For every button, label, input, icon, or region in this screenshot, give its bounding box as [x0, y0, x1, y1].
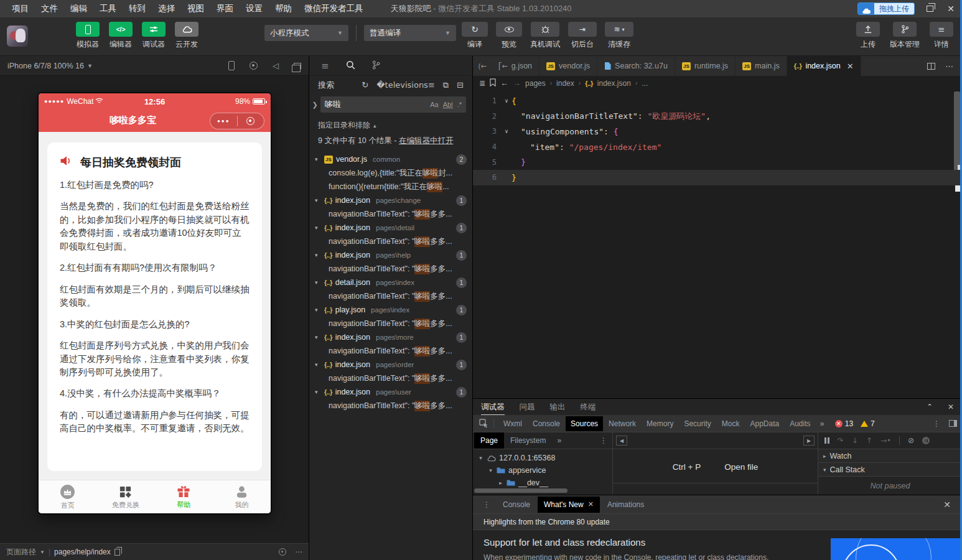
more-tabs-icon[interactable]: »: [552, 436, 566, 445]
code-editor[interactable]: 1∨{2"navigationBarTitleText": "欧皇源码论坛",3…: [473, 90, 962, 398]
more-options-icon[interactable]: ⋯: [295, 548, 302, 556]
pause-script-icon[interactable]: [824, 437, 829, 444]
record-icon[interactable]: [250, 62, 258, 70]
breadcrumb-item[interactable]: ...: [642, 79, 648, 88]
back-icon[interactable]: ←: [500, 78, 508, 88]
menu-项目[interactable]: 项目: [6, 1, 34, 17]
twisty-icon[interactable]: ▾: [315, 334, 321, 340]
close-window-button[interactable]: ✕: [945, 4, 957, 14]
prev-file-icon[interactable]: ◀: [616, 436, 627, 446]
code-line[interactable]: 1∨{: [473, 93, 962, 109]
pause-on-exceptions-icon[interactable]: [922, 437, 930, 444]
menu-编辑[interactable]: 编辑: [65, 1, 93, 17]
tab-vendor.js[interactable]: JSvendor.js: [539, 56, 597, 76]
bookmark-icon[interactable]: [490, 78, 496, 88]
devtools-tab-Console[interactable]: Console: [528, 416, 565, 431]
whole-word-icon[interactable]: Abl: [443, 101, 453, 108]
menu-微信开发者工具[interactable]: 微信开发者工具: [299, 1, 369, 17]
regex-icon[interactable]: .*: [457, 101, 462, 108]
restore-window-button[interactable]: [923, 4, 936, 14]
clear-results-icon[interactable]: �televisions≡: [376, 80, 435, 90]
search-result-file[interactable]: ▾{..}index.jsonpages\change1: [309, 194, 472, 207]
forward-icon[interactable]: →: [513, 78, 521, 88]
avatar[interactable]: [7, 26, 28, 47]
step-out-icon[interactable]: ↑: [866, 436, 872, 445]
menu-选择[interactable]: 选择: [152, 1, 180, 17]
search-result-match[interactable]: navigationBarTitleText": "哆啦多多...: [309, 262, 472, 276]
dir-filter-toggle[interactable]: 指定目录和排除 ▲: [309, 118, 472, 135]
search-input[interactable]: 哆啦 Aa Abl .*: [320, 96, 466, 113]
twisty-icon[interactable]: ▸: [498, 480, 503, 486]
search-result-file[interactable]: ▾JSvendor.jscommon2: [309, 152, 472, 166]
action-编译[interactable]: ↻编译: [462, 22, 488, 50]
error-badge-icon[interactable]: ✕: [835, 420, 843, 427]
action-真机调试[interactable]: 真机调试: [530, 22, 560, 50]
twisty-icon[interactable]: ▾: [488, 467, 493, 474]
search-icon[interactable]: [346, 60, 355, 72]
search-result-file[interactable]: ▾{..}index.jsonpages\more1: [309, 330, 472, 344]
code-line[interactable]: 6}: [473, 170, 962, 185]
code-line[interactable]: 2"navigationBarTitleText": "欧皇源码论坛",: [473, 109, 962, 124]
refresh-results-icon[interactable]: ↻: [362, 80, 368, 90]
sources-tab-Page[interactable]: Page: [474, 432, 504, 449]
device-selector[interactable]: iPhone 6/7/8 100% 16: [7, 62, 84, 70]
search-result-match[interactable]: navigationBarTitleText": "哆啦多多...: [309, 371, 472, 385]
action-上传[interactable]: 上传: [856, 22, 880, 50]
new-search-editor-icon[interactable]: ⧉: [443, 80, 449, 90]
menu-帮助[interactable]: 帮助: [269, 1, 297, 17]
drawer-tab-Console[interactable]: Console: [497, 497, 536, 513]
menu-工具[interactable]: 工具: [94, 1, 122, 17]
breadcrumb-item[interactable]: index: [556, 79, 574, 88]
devtools-tab-Security[interactable]: Security: [679, 416, 716, 431]
twisty-icon[interactable]: ▾: [315, 225, 321, 231]
fold-icon[interactable]: ∨: [502, 98, 511, 104]
action-预览[interactable]: 预览: [496, 22, 522, 50]
drag-upload-badge[interactable]: 拖拽上传: [857, 2, 915, 15]
devtools-tab-Sources[interactable]: Sources: [566, 416, 603, 431]
action-切后台[interactable]: ⇥切后台: [568, 22, 597, 50]
devtools-tab-Memory[interactable]: Memory: [642, 416, 678, 431]
search-result-file[interactable]: ▾{..}index.jsonpages\order1: [309, 358, 472, 371]
search-result-match[interactable]: navigationBarTitleText": "哆啦多多...: [309, 235, 472, 248]
phone-tab-帮助[interactable]: 帮助: [155, 480, 213, 513]
collapse-panel-icon[interactable]: ⌃: [927, 403, 933, 411]
exit-miniprogram-button[interactable]: [238, 117, 264, 125]
watch-section[interactable]: ▸Watch: [818, 449, 962, 463]
twisty-icon[interactable]: ▾: [315, 197, 321, 203]
menu-视图[interactable]: 视图: [182, 1, 210, 17]
devtools-kebab-icon[interactable]: ⋮: [933, 419, 940, 428]
toggle-调试器[interactable]: 调试器: [142, 22, 166, 50]
drawer-tab-Animations[interactable]: Animations: [601, 497, 650, 513]
code-line[interactable]: 5}: [473, 154, 962, 170]
action-清缓存[interactable]: ≋▾清缓存: [605, 22, 633, 50]
mode-dropdown[interactable]: 小程序模式▼: [264, 25, 348, 41]
open-file-action[interactable]: Open file: [724, 462, 758, 472]
toggle-云开发[interactable]: 云开发: [175, 22, 198, 50]
twisty-icon[interactable]: ▾: [315, 389, 321, 395]
search-result-match[interactable]: navigationBarTitleText": "哆啦多多...: [309, 207, 472, 221]
devtools-tab-AppData[interactable]: AppData: [745, 416, 784, 431]
search-result-match[interactable]: function(){return{title:"我正在哆啦...: [309, 180, 472, 194]
phone-tab-免费兑换[interactable]: 免费兑换: [96, 480, 154, 513]
menu-设置[interactable]: 设置: [240, 1, 268, 17]
search-result-file[interactable]: ▾{..}index.jsonpages\detail1: [309, 221, 472, 235]
code-line[interactable]: 4"item": "/pages/index/item": [473, 139, 962, 155]
devtools-tab-Audits[interactable]: Audits: [785, 416, 815, 431]
whatsnew-thumbnail[interactable]: [831, 538, 962, 560]
copy-icon[interactable]: [114, 549, 120, 556]
debugger-tab-输出[interactable]: 输出: [550, 402, 566, 413]
action-版本管理[interactable]: 版本管理: [890, 22, 920, 50]
debugger-tab-调试器[interactable]: 调试器: [481, 402, 505, 416]
toggle-模拟器[interactable]: 模拟器: [76, 22, 100, 50]
device-frame-icon[interactable]: [228, 61, 235, 70]
tab-index.json[interactable]: {..}index.json✕: [787, 56, 861, 76]
twisty-icon[interactable]: ▾: [315, 252, 321, 258]
step-icon[interactable]: →•: [880, 436, 891, 445]
git-branch-icon[interactable]: [372, 60, 380, 72]
inspect-toggle-icon[interactable]: [279, 548, 286, 556]
twisty-icon[interactable]: ▾: [315, 307, 321, 313]
search-result-match[interactable]: navigationBarTitleText": "哆啦多多...: [309, 289, 472, 303]
debugger-tab-终端[interactable]: 终端: [581, 402, 596, 413]
toggle-replace-icon[interactable]: ❯: [311, 101, 319, 109]
twisty-icon[interactable]: ▾: [315, 279, 321, 286]
